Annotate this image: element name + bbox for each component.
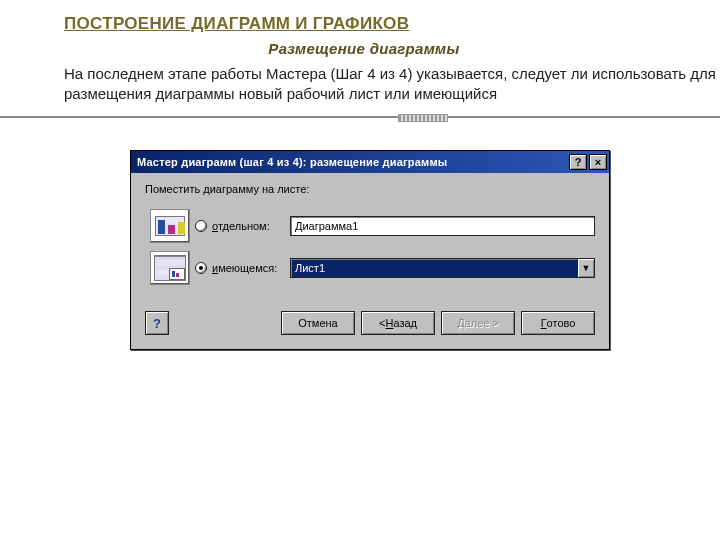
next-button: Далее >	[441, 311, 515, 335]
page-heading: ПОСТРОЕНИЕ ДИАГРАММ И ГРАФИКОВ	[64, 14, 409, 34]
combobox-dropdown-button[interactable]: ▼	[577, 258, 595, 278]
titlebar-close-button[interactable]: ×	[589, 154, 607, 170]
radio-icon	[195, 262, 207, 274]
separator	[0, 114, 720, 128]
option-row-existing: имеющемся: Лист1 ▼	[145, 247, 595, 289]
worksheet-icon	[150, 251, 190, 285]
page-subheading: Размещение диаграммы	[64, 40, 664, 57]
titlebar-help-button[interactable]: ?	[569, 154, 587, 170]
dialog-titlebar[interactable]: Мастер диаграмм (шаг 4 из 4): размещение…	[131, 151, 609, 173]
separate-sheet-name-input[interactable]: Диаграмма1	[290, 216, 595, 236]
dialog-title: Мастер диаграмм (шаг 4 из 4): размещение…	[137, 156, 567, 168]
back-button[interactable]: < Назад	[361, 311, 435, 335]
radio-existing-label: имеющемся:	[212, 262, 277, 274]
page-body-text: На последнем этапе работы Мастера (Шаг 4…	[64, 64, 720, 103]
existing-sheet-combobox[interactable]: Лист1	[290, 258, 577, 278]
cancel-button[interactable]: Отмена	[281, 311, 355, 335]
finish-button[interactable]: Готово	[521, 311, 595, 335]
placement-group-label: Поместить диаграмму на листе:	[145, 183, 595, 195]
chart-wizard-dialog: Мастер диаграмм (шаг 4 из 4): размещение…	[130, 150, 610, 350]
option-row-separate: отдельном: Диаграмма1	[145, 205, 595, 247]
chart-sheet-icon	[150, 209, 190, 243]
radio-separate-sheet[interactable]: отдельном:	[195, 220, 290, 232]
radio-existing-sheet[interactable]: имеющемся:	[195, 262, 290, 274]
help-button[interactable]: ?	[145, 311, 169, 335]
radio-separate-label: отдельном:	[212, 220, 270, 232]
radio-icon	[195, 220, 207, 232]
resize-grip-icon	[398, 114, 448, 122]
